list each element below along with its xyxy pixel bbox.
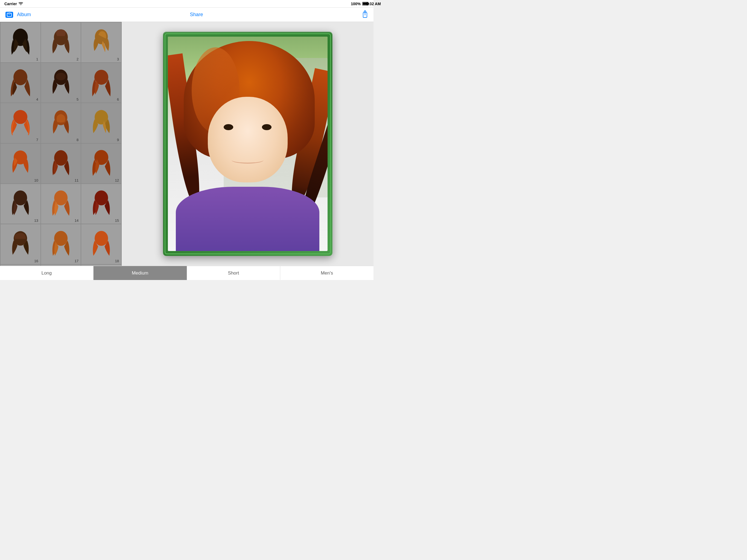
list-item[interactable]: 1	[1, 22, 41, 62]
tab-bar: Long Medium Short Men's	[0, 266, 374, 280]
list-item[interactable]: 8	[41, 103, 81, 143]
wifi-icon	[19, 2, 23, 5]
list-item[interactable]: 5	[41, 63, 81, 103]
status-time: 5:32 AM	[366, 2, 374, 6]
eye-right	[262, 124, 272, 130]
camera-icon	[5, 12, 13, 18]
main-content: 1 2 3	[0, 22, 374, 266]
hair-item-number: 5	[77, 97, 78, 101]
clothing	[176, 187, 319, 251]
hair-item-number: 2	[77, 57, 78, 61]
hair-item-number: 6	[117, 97, 119, 101]
tab-short[interactable]: Short	[187, 266, 281, 280]
hair-item-number: 15	[115, 219, 119, 223]
list-item[interactable]: 19	[1, 265, 41, 266]
hair-item-number: 16	[34, 259, 38, 263]
hair-item-number: 8	[77, 138, 78, 142]
list-item[interactable]: 2	[41, 22, 81, 62]
hair-item-number: 4	[36, 97, 38, 101]
share-button[interactable]: Share	[190, 12, 203, 18]
nav-camera-button[interactable]: Album	[5, 12, 31, 18]
list-item[interactable]: 15	[81, 184, 121, 224]
person-face	[208, 97, 288, 183]
photo-inner	[168, 36, 328, 251]
status-bar: Carrier 5:32 AM 100%	[0, 0, 374, 8]
list-item[interactable]: 7	[1, 103, 41, 143]
hair-item-number: 10	[34, 178, 38, 182]
photo-panel	[122, 22, 374, 266]
list-item[interactable]: 4	[1, 63, 41, 103]
list-item[interactable]: 20	[41, 265, 81, 266]
hair-item-number: 3	[117, 57, 119, 61]
list-item[interactable]: 10	[1, 144, 41, 183]
list-item[interactable]: 18	[81, 224, 121, 264]
smile	[232, 157, 264, 163]
eye-left	[224, 124, 233, 130]
hair-item-number: 14	[75, 219, 78, 223]
tab-medium[interactable]: Medium	[94, 266, 187, 280]
photo-background	[168, 36, 328, 251]
list-item[interactable]: 12	[81, 144, 121, 183]
battery-label: 100%	[351, 2, 361, 6]
list-item[interactable]: 14	[41, 184, 81, 224]
hair-item-number: 7	[36, 138, 38, 142]
album-button[interactable]: Album	[17, 12, 31, 18]
svg-point-10	[56, 73, 66, 80]
tab-mens[interactable]: Men's	[280, 266, 374, 280]
list-item[interactable]: 11	[41, 144, 81, 183]
hair-style-panel[interactable]: 1 2 3	[0, 22, 122, 266]
carrier-label: Carrier	[4, 2, 17, 6]
list-item[interactable]: 21	[81, 265, 121, 266]
hair-item-number: 11	[75, 178, 78, 182]
hair-item-number: 17	[75, 259, 78, 263]
hair-item-number: 9	[117, 138, 119, 142]
list-item[interactable]: 6	[81, 63, 121, 103]
hair-item-number: 12	[115, 178, 119, 182]
svg-point-23	[95, 231, 108, 246]
hair-item-number: 18	[115, 259, 119, 263]
photo-frame	[163, 32, 333, 256]
hair-item-number: 1	[36, 57, 38, 61]
tab-long[interactable]: Long	[0, 266, 94, 280]
status-left: Carrier	[4, 2, 23, 6]
list-item[interactable]: 13	[1, 184, 41, 224]
hair-grid: 1 2 3	[0, 22, 122, 266]
list-item[interactable]: 16	[1, 224, 41, 264]
share-icon	[362, 10, 368, 18]
svg-point-8	[14, 69, 27, 85]
hair-item-number: 13	[34, 219, 38, 223]
nav-bar: Album Share	[0, 8, 374, 22]
list-item[interactable]: 3	[81, 22, 121, 62]
list-item[interactable]: 17	[41, 224, 81, 264]
upload-button[interactable]	[362, 10, 368, 19]
list-item[interactable]: 9	[81, 103, 121, 143]
svg-point-12	[14, 110, 27, 124]
